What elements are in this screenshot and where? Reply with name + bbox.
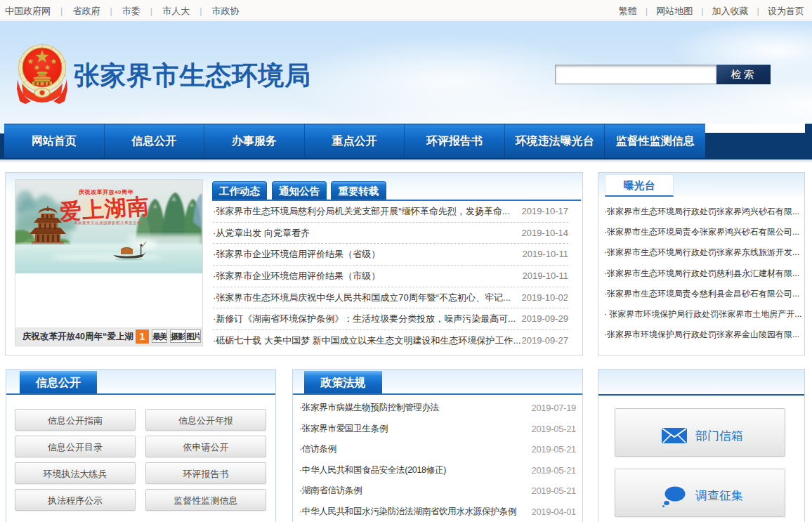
svg-text:庆祝改革开放40周年: 庆祝改革开放40周年 <box>78 189 133 195</box>
svg-text:湖南最美文化旅游摄影图片展览活动: 湖南最美文化旅游摄影图片展览活动 <box>73 221 141 226</box>
